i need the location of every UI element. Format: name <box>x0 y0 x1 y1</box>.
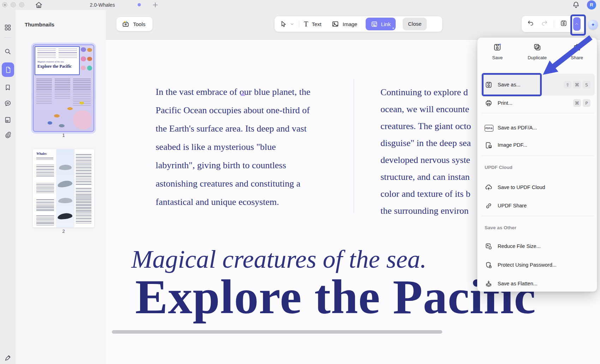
menu-item-protect-using-password[interactable]: Protect Using Password... <box>480 257 595 273</box>
text-line: the Earth's surface area. Its deep and v… <box>156 120 310 138</box>
text-line: labyrinth", giving birth to countless <box>156 156 310 175</box>
flatten-layers-icon <box>485 280 493 288</box>
page-1-thumbnail[interactable]: Magical creatures of the sea. Explore th… <box>34 45 94 131</box>
text-line: the surrounding environ <box>380 202 471 219</box>
section-header-updf-cloud: UPDF Cloud <box>485 163 512 172</box>
link-tool-button-active[interactable]: Link <box>366 18 396 30</box>
new-tab-icon[interactable] <box>151 1 160 11</box>
bookmark-icon[interactable] <box>4 84 12 91</box>
section-header-save-as-other: Save as Other <box>485 223 516 232</box>
select-tool-button[interactable] <box>280 20 294 28</box>
text-line: developed nervous syste <box>380 152 471 169</box>
search-icon[interactable] <box>4 48 12 55</box>
coral-illustration <box>81 56 86 61</box>
image-tool-icon <box>331 20 339 28</box>
mini-title: Explore the Pacific <box>37 64 72 69</box>
coral-illustration <box>87 66 92 71</box>
menu-separator <box>481 156 594 156</box>
unsaved-changes-dot <box>138 3 141 6</box>
save-as-shortcut: ⇧⌘S <box>564 81 590 89</box>
annotation-arrow <box>533 32 600 82</box>
page-2-thumbnail[interactable]: Whales <box>33 149 94 228</box>
save-as-pdfa-label: Save as PDF/A... <box>498 125 537 131</box>
shield-lock-icon <box>485 261 493 269</box>
s-key: S <box>583 81 590 89</box>
panel-title: Thumbnails <box>25 22 54 28</box>
menu-item-save-to-updf-cloud[interactable]: Save to UPDF Cloud <box>480 180 595 195</box>
text-line: disguise" in the deep sea <box>380 135 471 152</box>
apps-grid-icon[interactable] <box>4 24 12 31</box>
shift-key: ⇧ <box>564 81 571 89</box>
tools-button[interactable]: Tools <box>116 17 152 31</box>
print-label: Print... <box>498 100 512 106</box>
organize-pages-icon[interactable] <box>4 116 12 124</box>
save-icon <box>493 43 502 52</box>
menu-save-label: Save <box>492 55 503 60</box>
notifications-bell-icon[interactable] <box>572 1 580 11</box>
squid-illustration <box>48 121 52 125</box>
menu-item-save-as-flatten[interactable]: Save as Flatten... <box>480 276 595 291</box>
toolbox-icon <box>121 20 130 28</box>
text-line: In the vast embrace of our blue planet, … <box>156 83 310 101</box>
redo-button-disabled[interactable] <box>540 19 548 29</box>
page-2-number: 2 <box>34 229 94 234</box>
home-icon[interactable] <box>35 1 43 11</box>
reduce-file-size-label: Reduce File Size... <box>498 243 541 249</box>
fish-illustration <box>59 124 65 127</box>
pdfa-icon: PDF/A <box>485 124 493 132</box>
whale-illustration <box>59 165 72 170</box>
attachment-paperclip-icon[interactable] <box>4 131 12 139</box>
menu-item-image-pdf[interactable]: Image PDF... <box>480 137 595 153</box>
document-tab[interactable]: 2.0-Whales <box>74 0 131 10</box>
image-tool-label: Image <box>343 21 358 27</box>
zoom-window-button[interactable] <box>19 2 24 7</box>
page-1-number: 1 <box>34 133 94 138</box>
thumbnails-panel: Thumbnails Magical creatures of the sea.… <box>16 10 106 364</box>
sidebar-item-thumbnails-active[interactable] <box>2 62 14 77</box>
link-tool-label: Link <box>381 21 391 27</box>
text-tool-button[interactable]: T Text <box>304 20 322 28</box>
text-line: fantastical and unique ecosystem. <box>156 193 310 211</box>
coral-illustration <box>81 66 86 70</box>
edit-toolbar: T Text Image Link Close <box>275 16 442 32</box>
image-pdf-label: Image PDF... <box>498 142 527 148</box>
document-text-column-right[interactable]: Continuing to explore d ocean, we will e… <box>380 84 471 219</box>
menu-item-print[interactable]: Print... ⌘P <box>480 95 595 111</box>
pink-coral-illustration <box>73 110 91 129</box>
user-avatar[interactable]: R <box>587 0 596 10</box>
text-line: ocean, we will encounte <box>380 101 471 118</box>
text-line: Pacific Ocean occupies about one-third o… <box>156 101 310 120</box>
close-tool-button[interactable]: Close <box>403 18 427 30</box>
toolbar-divider <box>299 20 299 28</box>
minimize-window-button[interactable] <box>11 2 16 7</box>
close-window-button[interactable] <box>2 2 7 7</box>
toolbar-divider <box>554 20 554 28</box>
menu-item-reduce-file-size[interactable]: Reduce File Size... <box>480 238 595 254</box>
cloud-upload-icon <box>485 183 493 192</box>
pen-tool-icon[interactable] <box>4 354 12 362</box>
ai-assistant-button[interactable]: ✦ <box>588 20 598 30</box>
protect-using-password-label: Protect Using Password... <box>498 262 557 268</box>
link-tooltip-dot <box>392 28 394 29</box>
command-key: ⌘ <box>573 81 581 89</box>
document-text-column-left[interactable]: In the vast embrace of our blue planet, … <box>156 83 310 211</box>
chevron-down-icon <box>290 22 294 26</box>
menu-separator <box>481 113 594 113</box>
undo-button[interactable] <box>527 19 535 29</box>
menu-item-updf-share[interactable]: UPDF Share <box>480 198 595 213</box>
updf-share-label: UPDF Share <box>498 203 527 208</box>
horizontal-scrollbar[interactable] <box>112 330 442 334</box>
comments-icon[interactable] <box>4 99 12 107</box>
text-line: astonishing creatures and constituting a <box>156 175 310 193</box>
menu-item-save-as-pdfa[interactable]: PDF/A Save as PDF/A... <box>480 120 595 135</box>
save-button[interactable] <box>560 19 568 29</box>
image-tool-button[interactable]: Image <box>331 20 358 28</box>
fish-illustration <box>54 114 60 117</box>
left-icon-rail <box>0 10 16 364</box>
link-tool-icon <box>371 20 378 28</box>
menu-save-action[interactable]: Save <box>478 43 517 70</box>
crab-illustration <box>87 48 92 52</box>
text-line: Continuing to explore d <box>380 84 471 101</box>
command-key: ⌘ <box>573 99 581 107</box>
document-title[interactable]: Explore the Pacific <box>135 272 536 322</box>
